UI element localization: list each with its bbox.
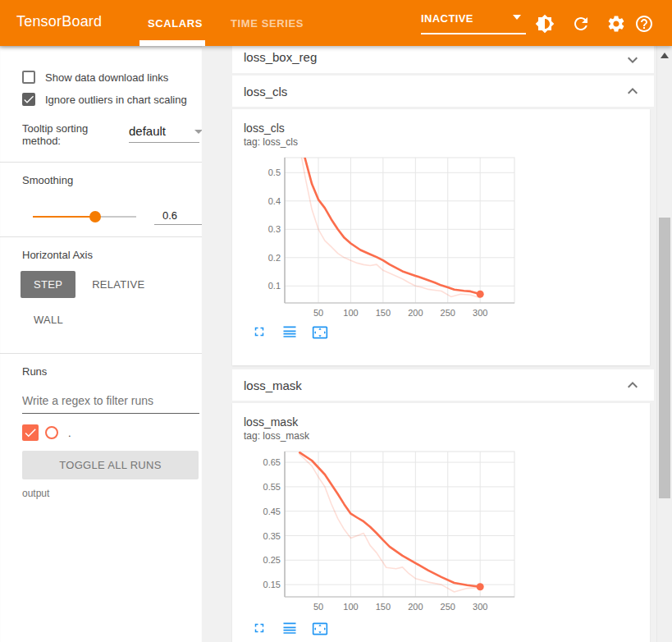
log-scale-button[interactable] [280,621,299,637]
run-status-dropdown[interactable]: INACTIVE [421,11,526,25]
section-label: loss_box_reg [244,50,317,64]
runs-footer-label: output [22,488,202,499]
svg-text:50: 50 [313,308,323,318]
toggle-all-runs-button[interactable]: TOGGLE ALL RUNS [22,451,199,479]
fit-domain-icon [311,621,329,637]
tooltip-sorting-label: Tooltip sorting method: [22,122,114,147]
svg-text:0.3: 0.3 [268,224,281,234]
app-header: TensorBoard SCALARS TIME SERIES INACTIVE [0,0,672,46]
svg-text:0.5: 0.5 [268,167,281,177]
runs-filter-input[interactable] [22,389,199,414]
gear-icon [606,14,626,34]
dropdown-underline [129,142,199,143]
svg-text:250: 250 [441,602,455,612]
help-button[interactable] [634,14,654,34]
chevron-up-icon [623,375,642,395]
section-header-loss-box-reg[interactable]: loss_box_reg [232,46,654,73]
section-header-loss-mask[interactable]: loss_mask [232,369,654,401]
fit-domain-button[interactable] [310,621,330,637]
checkbox-label: Ignore outliers in chart scaling [45,94,187,106]
tab-bar: SCALARS TIME SERIES [148,0,304,46]
checkbox-checked-icon [22,93,35,106]
chart-tag: tag: loss_mask [244,430,309,442]
run-isolate-radio-icon[interactable] [45,426,58,439]
axis-button-step[interactable]: STEP [21,271,75,298]
chart-title: loss_cls [244,122,285,135]
log-scale-lines-icon [281,324,298,341]
tensorboard-app: TensorBoard SCALARS TIME SERIES INACTIVE [0,0,672,642]
runs-label: Runs [22,365,202,378]
svg-text:150: 150 [376,308,391,318]
svg-text:100: 100 [343,602,358,612]
svg-text:0.55: 0.55 [263,482,281,492]
svg-text:200: 200 [408,308,423,318]
svg-text:0.65: 0.65 [263,457,281,467]
chevron-up-icon [623,81,642,101]
settings-sidebar: Show data download links Ignore outliers… [0,46,202,642]
expand-chart-button[interactable] [249,324,269,341]
checkbox-ignore-outliers[interactable]: Ignore outliers in chart scaling [22,93,202,106]
smoothing-label: Smoothing [22,174,202,186]
help-icon [634,14,654,34]
svg-text:0.45: 0.45 [263,507,281,516]
svg-text:250: 250 [441,308,455,318]
section-header-loss-cls[interactable]: loss_cls [232,76,654,107]
svg-text:300: 300 [473,602,487,612]
svg-text:0.2: 0.2 [268,253,281,263]
fullscreen-icon [252,324,267,339]
loss-mask-chart[interactable]: 0.150.250.350.450.550.655010015020025030… [254,446,525,618]
scrollbar-thumb[interactable] [659,218,670,498]
tab-scalars[interactable]: SCALARS [148,17,203,30]
divider [0,162,202,163]
settings-button[interactable] [606,14,626,34]
vertical-scrollbar[interactable] [656,46,672,642]
horizontal-axis-label: Horizontal Axis [22,249,202,261]
svg-text:0.1: 0.1 [268,281,281,291]
chevron-down-icon [623,50,642,70]
svg-text:0.15: 0.15 [263,580,281,589]
svg-text:100: 100 [343,308,358,318]
refresh-button[interactable] [571,14,591,34]
loss-cls-chart[interactable]: 0.10.20.30.40.550100150200250300 [254,152,525,324]
smoothing-slider-fill [33,216,95,218]
axis-button-relative[interactable]: RELATIVE [79,271,158,298]
smoothing-slider[interactable] [33,211,136,222]
brightness-toggle-button[interactable] [535,14,555,34]
scrollbar-up-arrow-icon[interactable] [661,53,669,58]
expand-chart-button[interactable] [249,621,269,637]
log-scale-lines-icon [281,621,298,637]
fullscreen-icon [252,621,267,635]
run-status-value: INACTIVE [421,12,473,25]
svg-text:0.25: 0.25 [263,555,281,565]
chart-card-loss-cls: loss_cls tag: loss_cls 0.10.20.30.40.550… [232,109,650,365]
svg-text:300: 300 [473,308,487,318]
brightness-toggle-icon [535,14,555,34]
chart-title: loss_mask [244,415,298,429]
run-row: . [22,424,202,441]
fit-domain-button[interactable] [310,324,330,341]
chart-card-loss-mask: loss_mask tag: loss_mask 0.150.250.350.4… [232,403,650,642]
checkbox-label: Show data download links [45,71,168,84]
log-scale-button[interactable] [280,324,299,341]
svg-text:50: 50 [313,602,323,612]
run-checkbox-checked-icon[interactable] [22,424,39,441]
axis-button-wall[interactable]: WALL [21,306,76,333]
run-name: . [68,427,71,439]
checkbox-show-download-links[interactable]: Show data download links [22,71,202,84]
svg-text:150: 150 [376,602,391,612]
svg-text:0.35: 0.35 [263,531,281,541]
chart-tag: tag: loss_cls [244,136,298,148]
chevron-down-icon [513,15,521,20]
tooltip-sorting-dropdown[interactable]: default [129,122,199,147]
divider [0,236,202,237]
chart-toolbar [249,621,330,637]
smoothing-value-input[interactable] [154,208,202,225]
app-title: TensorBoard [16,13,102,30]
fit-domain-icon [311,324,329,341]
smoothing-slider-knob[interactable] [89,211,101,222]
chevron-down-icon [194,130,202,134]
section-label: loss_mask [244,378,302,392]
tab-time-series[interactable]: TIME SERIES [231,17,304,30]
tooltip-sorting-value: default [129,122,199,138]
chart-toolbar [249,324,330,341]
